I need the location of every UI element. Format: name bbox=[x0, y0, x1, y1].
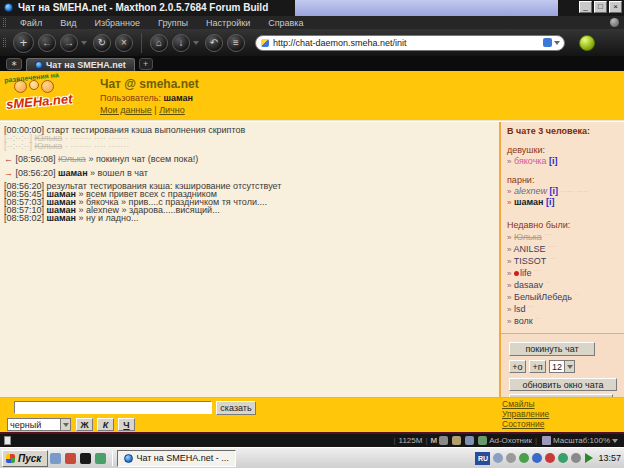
user-link[interactable]: dasaav bbox=[514, 280, 543, 290]
tray-icon-6[interactable] bbox=[558, 453, 568, 463]
download-dropdown-icon[interactable] bbox=[193, 41, 199, 45]
user-link[interactable]: life bbox=[520, 268, 532, 278]
back-button[interactable]: ← bbox=[38, 34, 56, 52]
refresh-button[interactable]: ↻ bbox=[93, 34, 111, 52]
content-area: [00:00:00] старт тестирования кэша выпол… bbox=[0, 121, 624, 397]
proxy-icon[interactable] bbox=[439, 436, 448, 445]
bold-button[interactable]: Ж bbox=[76, 418, 93, 431]
menubar-grip[interactable] bbox=[3, 18, 6, 27]
toolbar-grip[interactable] bbox=[3, 38, 6, 47]
quicklaunch-icon-3[interactable] bbox=[80, 453, 91, 464]
user-info-icon[interactable]: [i] bbox=[550, 186, 559, 196]
start-button[interactable]: Пуск bbox=[2, 450, 48, 467]
menu-bar: Файл Вид Избранное Группы Настройки Спра… bbox=[0, 16, 624, 29]
menu-groups[interactable]: Группы bbox=[149, 18, 197, 28]
address-dropdown-icon[interactable] bbox=[554, 41, 560, 45]
restore-button[interactable]: □ bbox=[594, 1, 607, 13]
menu-view[interactable]: Вид bbox=[51, 18, 85, 28]
new-tab-toolbar-button[interactable]: + bbox=[13, 32, 34, 53]
history-dropdown-icon[interactable] bbox=[81, 41, 87, 45]
refresh-chat-button[interactable]: обновить окно чата bbox=[509, 378, 617, 391]
tray-icon-4[interactable] bbox=[532, 453, 542, 463]
tools-button[interactable]: ≡ bbox=[227, 34, 245, 52]
tray-icon-2[interactable] bbox=[506, 453, 516, 463]
title-bar: Чат на SMEHA.net - Maxthon 2.0.5.7684 Fo… bbox=[0, 0, 624, 16]
font-size-select[interactable]: 12 bbox=[549, 360, 575, 373]
tray-icon-7[interactable] bbox=[571, 453, 581, 463]
taskbar-clock: 13:57 bbox=[598, 453, 621, 463]
smeha-logo: развлечения на sMEHa.net bbox=[4, 72, 96, 120]
select-caret-icon bbox=[567, 365, 573, 369]
go-button[interactable] bbox=[579, 35, 595, 51]
minimize-button[interactable]: _ bbox=[579, 1, 592, 13]
user-item: » шаман [i] bbox=[507, 197, 624, 207]
forward-button[interactable]: → bbox=[60, 34, 78, 52]
my-data-link[interactable]: Мои данные bbox=[100, 105, 152, 115]
recent-user-item: » TISSOT ···· bbox=[507, 255, 624, 266]
favorites-star-icon[interactable]: ∗ bbox=[6, 58, 22, 70]
tab-label: Чат на SMEHA.net bbox=[46, 60, 126, 70]
address-input[interactable] bbox=[273, 37, 543, 49]
user-link[interactable]: волк bbox=[514, 316, 533, 326]
menu-help[interactable]: Справка bbox=[259, 18, 312, 28]
leave-chat-button[interactable]: покинуть чат bbox=[509, 342, 595, 356]
undo-button[interactable]: ↶ bbox=[205, 34, 223, 52]
say-button[interactable]: сказать bbox=[216, 401, 256, 415]
mode-badge[interactable]: M bbox=[431, 436, 438, 445]
user-link[interactable]: Юлька bbox=[514, 232, 542, 242]
zoom-dropdown-icon[interactable] bbox=[612, 439, 618, 443]
ad-hunter-label[interactable]: Ad-Охотник bbox=[489, 436, 532, 445]
user-link[interactable]: lsd bbox=[514, 304, 526, 314]
folder-icon[interactable] bbox=[452, 436, 461, 445]
tray-icon-5[interactable] bbox=[545, 453, 555, 463]
user-info-icon[interactable]: [i] bbox=[546, 197, 555, 207]
user-info-icon[interactable]: [i] bbox=[549, 156, 558, 166]
home-button[interactable]: ⌂ bbox=[150, 34, 168, 52]
message-input[interactable] bbox=[14, 401, 212, 414]
manage-link[interactable]: Управление bbox=[502, 409, 549, 419]
smilies-link[interactable]: Смайлы bbox=[502, 399, 549, 409]
close-button[interactable]: × bbox=[609, 1, 622, 13]
tray-icon-1[interactable] bbox=[493, 453, 503, 463]
user-link[interactable]: ANILSE bbox=[513, 244, 545, 254]
italic-button[interactable]: К bbox=[97, 418, 114, 431]
underline-button[interactable]: Ч bbox=[118, 418, 135, 431]
user-link[interactable]: бякочка bbox=[514, 156, 547, 166]
traffic-counter: 1125M bbox=[399, 436, 423, 445]
zoom-level[interactable]: Масштаб:100% bbox=[553, 436, 610, 445]
quicklaunch-icon-4[interactable] bbox=[95, 453, 106, 464]
new-tab-button[interactable]: + bbox=[139, 58, 153, 70]
tray-icon-3[interactable] bbox=[519, 453, 529, 463]
stop-button[interactable]: × bbox=[115, 34, 133, 52]
text-color-select[interactable]: черный bbox=[7, 418, 71, 431]
user-link[interactable]: БелыйЛебедь bbox=[514, 292, 572, 302]
tab-chat-smeha[interactable]: Чат на SMEHA.net bbox=[26, 58, 135, 71]
user-link[interactable]: alexnew bbox=[514, 186, 547, 196]
user-note: ······ ····· bbox=[561, 188, 589, 195]
state-link[interactable]: Состояние bbox=[502, 419, 549, 429]
user-link[interactable]: TISSOT bbox=[514, 256, 546, 266]
play-tray-icon[interactable] bbox=[585, 453, 593, 463]
toggle-o-button[interactable]: +о bbox=[509, 360, 526, 373]
recent-label: Недавно были: bbox=[507, 220, 624, 230]
task-favicon-icon bbox=[124, 454, 133, 463]
zoom-icon bbox=[542, 436, 551, 445]
toggle-p-button[interactable]: +п bbox=[529, 360, 546, 373]
private-link[interactable]: Лично bbox=[159, 105, 185, 115]
language-indicator[interactable]: RU bbox=[475, 452, 490, 465]
menu-settings[interactable]: Настройки bbox=[197, 18, 259, 28]
quicklaunch-icon-2[interactable] bbox=[65, 453, 76, 464]
chat-message-join: → [08:56:20] шаман » вошел в чат bbox=[4, 169, 497, 177]
menu-favorites[interactable]: Избранное bbox=[85, 18, 149, 28]
skin-menu-icon[interactable] bbox=[610, 18, 619, 27]
shield-icon[interactable] bbox=[478, 436, 487, 445]
quicklaunch-icon-1[interactable] bbox=[50, 453, 61, 464]
task-button-chat[interactable]: Чат на SMEHA.net - ... bbox=[117, 450, 235, 467]
user-link[interactable]: шаман bbox=[514, 197, 544, 207]
windows-flag-icon bbox=[6, 454, 15, 463]
plugin-icon[interactable] bbox=[465, 436, 474, 445]
address-favorite-icon[interactable] bbox=[543, 38, 552, 47]
menu-file[interactable]: Файл bbox=[11, 18, 51, 28]
download-button[interactable]: ↓ bbox=[172, 34, 190, 52]
recent-user-item: » Юлька ···· bbox=[507, 231, 624, 242]
